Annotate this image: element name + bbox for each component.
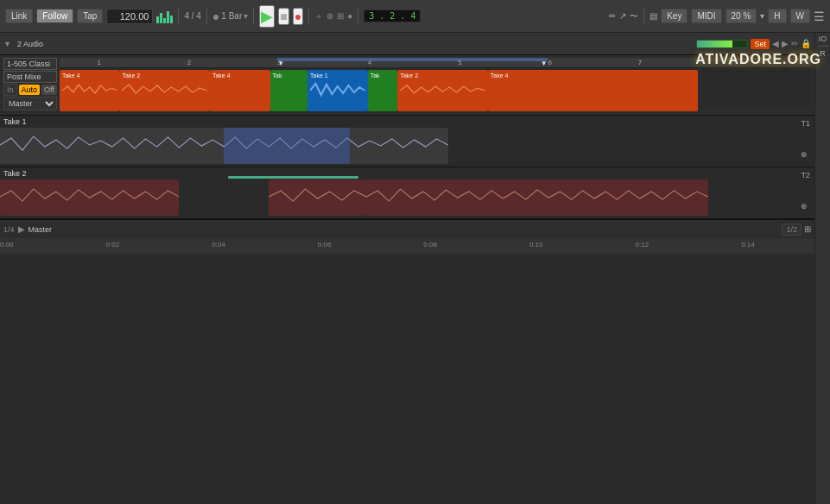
- time-mark-4: 0:04: [212, 241, 225, 249]
- clip-take2-2[interactable]: Take 2: [397, 70, 487, 111]
- ruler-mark-6: 6: [548, 59, 551, 66]
- time-mark-10: 0:10: [529, 241, 543, 249]
- track-t2-lane: T2 Take 2 ⊕: [0, 167, 814, 218]
- t2-io-btn[interactable]: ⊕: [801, 202, 808, 211]
- clip-tak-green[interactable]: Tak: [270, 70, 308, 111]
- cursor-icon: ↗: [619, 11, 626, 21]
- clip-take4-3[interactable]: Take 4: [488, 70, 699, 111]
- pencil-icon-2[interactable]: ✏: [791, 39, 798, 48]
- meter-bar-4: [167, 11, 169, 23]
- ruler-mark-2: 2: [187, 59, 191, 66]
- t1-io-btn[interactable]: ⊕: [801, 150, 808, 159]
- t2-waveform-2: [269, 180, 366, 214]
- stop-button[interactable]: ■: [278, 8, 288, 25]
- clip-take4-1[interactable]: Take 4: [60, 70, 120, 111]
- time-marks-bar: 0:00 0:02 0:04 0:06 0:08 0:10 0:12 0:14: [0, 238, 814, 254]
- half-label: 1/2: [782, 224, 801, 236]
- clip-take1-blue[interactable]: Take 1: [307, 70, 368, 111]
- midi-button[interactable]: MIDI: [691, 9, 721, 23]
- loop-interval-label: 1 Bar: [221, 11, 242, 21]
- time-mark-2: 0:02: [106, 241, 120, 249]
- waveform-svg-2: [122, 79, 206, 102]
- top-bar: Link Follow Tap 4 / 4 ● 1 Bar ▾ ▶ ■ ● ＋ …: [0, 0, 830, 33]
- prev-icon[interactable]: ◀: [772, 39, 779, 48]
- meter-bar-2: [160, 13, 162, 23]
- record-button[interactable]: ●: [293, 8, 303, 25]
- waveform-svg-3: [310, 79, 365, 102]
- arr-controls-bar: ▼ 2 Audio Set ◀ ▶ ✏ 🔒: [0, 33, 814, 55]
- time-mark-6: 0:06: [318, 241, 332, 249]
- link-button[interactable]: Link: [5, 9, 33, 23]
- waveform-svg-1: [62, 79, 117, 102]
- track-t2-row: T2 Take 2 ⊕: [0, 167, 814, 219]
- wave-icon: 〜: [630, 10, 638, 22]
- playhead-marker: ▼: [277, 60, 284, 67]
- t2-clip-1[interactable]: [0, 180, 179, 216]
- record-dot-icon: ●: [212, 9, 219, 23]
- t2-green-bar: [228, 176, 358, 179]
- off-label: Off: [41, 85, 57, 95]
- grid-icon[interactable]: ⊞: [804, 224, 811, 234]
- pencil-icon: ✏: [609, 11, 616, 21]
- arrangement-view: ▼ 2 Audio Set ◀ ▶ ✏ 🔒 1-505 Classi Post …: [0, 33, 814, 504]
- tempo-meter: [156, 9, 173, 23]
- key-button[interactable]: Key: [661, 9, 687, 23]
- right-side-panel: IO R: [814, 33, 830, 504]
- separator-1: [178, 8, 179, 25]
- time-mark-8: 0:08: [423, 241, 437, 249]
- lock-icon[interactable]: 🔒: [801, 39, 811, 48]
- follow-button[interactable]: Follow: [36, 9, 73, 23]
- time-sig-label: 4 / 4: [184, 11, 200, 21]
- master-select[interactable]: Master: [3, 97, 57, 110]
- auto-label: Auto: [19, 85, 41, 95]
- fraction-label: 1/4: [3, 225, 15, 234]
- waveform-svg-4: [400, 79, 485, 102]
- separator-4: [308, 8, 309, 25]
- time-display: 3 . 2 . 4: [364, 9, 421, 22]
- clip-lane-1: Take 4 Take 2 Take 4: [60, 68, 811, 108]
- level-meter-left: [696, 40, 748, 48]
- clip-take4-2[interactable]: Take 4: [210, 70, 270, 111]
- track-t1-lane: T1 Take 1 ⊕: [0, 116, 814, 167]
- loop-icon: ⊞: [337, 11, 344, 21]
- t2-label: T2: [801, 171, 810, 180]
- play-small-icon[interactable]: ▶: [18, 224, 25, 234]
- main-area: ▼ 2 Audio Set ◀ ▶ ✏ 🔒 1-505 Classi Post …: [0, 33, 830, 504]
- next-icon[interactable]: ▶: [782, 39, 789, 48]
- loop-end-marker: ▼: [541, 60, 548, 67]
- t2-waveform-1: [0, 180, 179, 214]
- menu-icon[interactable]: ☰: [814, 9, 825, 23]
- separator-2: [206, 8, 207, 25]
- track-t1-row: T1 Take 1 ⊕: [0, 116, 814, 167]
- ruler-mark-7: 7: [638, 59, 642, 66]
- clip-take2-1[interactable]: Take 2: [119, 70, 209, 111]
- meter-bar-3: [163, 18, 166, 23]
- separator-3: [253, 8, 254, 25]
- t2-clip-3[interactable]: [366, 180, 708, 216]
- mixer-strip: 1-505 Classi Post Mixe In Auto Off Maste…: [0, 55, 814, 116]
- io-button[interactable]: IO: [819, 35, 827, 43]
- preset-label: 1-505 Classi: [3, 58, 57, 70]
- t2-clip-2[interactable]: [269, 180, 366, 216]
- clip-tak-green-2[interactable]: Tak: [368, 70, 398, 111]
- piano-icon: ▤: [649, 11, 657, 21]
- take1-label: Take 1: [3, 117, 27, 126]
- in-label: In: [3, 84, 17, 96]
- zoom-button[interactable]: 20 %: [725, 9, 757, 23]
- t1-main-clip[interactable]: [0, 128, 448, 164]
- chevron-down-icon: ▾: [760, 11, 764, 21]
- hw-button[interactable]: H: [768, 9, 786, 23]
- master-label: Master: [29, 225, 53, 234]
- set-button[interactable]: Set: [751, 39, 770, 49]
- watermark-logo: ATIVADORE.ORG: [695, 52, 821, 67]
- bpm-input[interactable]: [106, 9, 153, 24]
- play-button[interactable]: ▶: [259, 5, 275, 28]
- meter-bar-5: [170, 16, 173, 23]
- dot-icon: ●: [347, 11, 352, 21]
- dropdown-arrow-icon: ▾: [244, 11, 248, 21]
- time-mark-14: 0:14: [741, 241, 755, 249]
- tap-button[interactable]: Tap: [77, 9, 103, 23]
- time-mark-0: 0:00: [0, 241, 14, 249]
- level-meter-left-fill: [697, 41, 732, 47]
- w-button[interactable]: W: [790, 9, 810, 23]
